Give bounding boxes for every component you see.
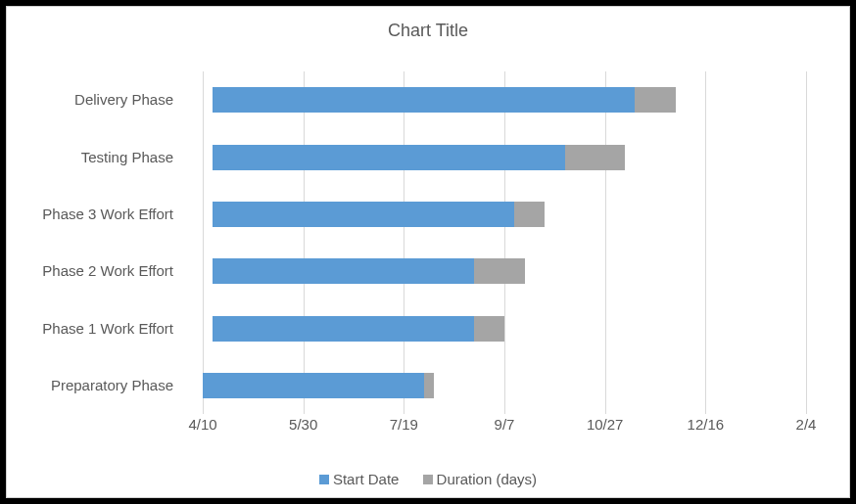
bar-segment-duration <box>635 87 675 113</box>
x-axis-label: 7/19 <box>374 416 433 433</box>
bar-segment-duration <box>474 258 524 284</box>
x-axis-label: 12/16 <box>676 416 735 433</box>
legend-label: Start Date <box>333 471 400 487</box>
bar-row <box>203 202 806 227</box>
legend-item-start: Start Date <box>319 471 400 487</box>
bar-row <box>203 258 806 284</box>
y-axis-label: Phase 3 Work Effort <box>7 202 183 227</box>
y-axis-label: Phase 2 Work Effort <box>7 258 183 284</box>
legend-item-duration: Duration (days) <box>423 471 538 487</box>
bar-row <box>203 87 806 113</box>
x-axis-label: 4/10 <box>173 416 232 433</box>
bar-segment-duration <box>474 316 504 342</box>
bar-segment-start <box>213 87 635 113</box>
bar-segment-start <box>213 258 474 284</box>
x-axis-label: 2/4 <box>777 416 835 433</box>
y-axis-label: Preparatory Phase <box>7 373 183 398</box>
gridline <box>404 71 404 414</box>
bar-segment-start <box>203 373 424 398</box>
gridline <box>203 71 204 414</box>
bar-segment-start <box>213 202 514 227</box>
gridline <box>605 71 606 414</box>
plot-area <box>203 71 806 414</box>
bar-segment-start <box>213 145 564 170</box>
x-axis-label: 5/30 <box>274 416 333 433</box>
legend-label: Duration (days) <box>437 471 538 487</box>
x-axis-label: 10/27 <box>576 416 635 433</box>
x-axis-label: 9/7 <box>475 416 534 433</box>
gridline <box>304 71 305 414</box>
bar-row <box>203 145 806 170</box>
chart-title: Chart Title <box>7 21 849 41</box>
chart-container: Chart Title Start Date Duration (days) P… <box>6 6 850 498</box>
square-icon <box>319 475 329 484</box>
y-axis-label: Testing Phase <box>7 145 183 170</box>
y-axis-label: Delivery Phase <box>7 87 183 113</box>
bar-row <box>203 316 806 342</box>
gridline <box>705 71 706 414</box>
legend: Start Date Duration (days) <box>7 471 849 488</box>
gridline <box>806 71 807 414</box>
bar-row <box>203 373 806 398</box>
bar-segment-start <box>213 316 474 342</box>
bar-segment-duration <box>514 202 545 227</box>
y-axis-label: Phase 1 Work Effort <box>7 316 183 342</box>
gridline <box>504 71 505 414</box>
square-icon <box>423 475 433 484</box>
bar-segment-duration <box>565 145 626 170</box>
bar-segment-duration <box>424 373 434 398</box>
